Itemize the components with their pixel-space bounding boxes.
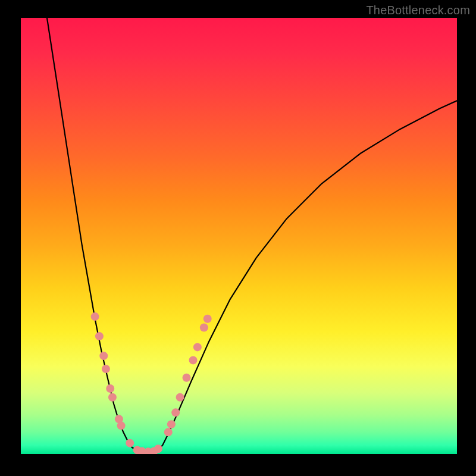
marker-dot [176,393,184,402]
curve-svg [21,18,457,454]
marker-dot [171,408,180,416]
marker-dot [183,374,191,382]
plot-area [21,18,457,454]
marker-dot [189,356,198,364]
marker-dot [193,343,202,351]
curve-right-curve [156,101,457,452]
curve-left-curve [47,18,137,451]
marker-dot [106,384,114,393]
marker-dot [99,352,108,360]
marker-dot [200,323,208,331]
chart-container: TheBottleneck.com [0,0,476,476]
watermark-text: TheBottleneck.com [366,4,470,17]
marker-dot [203,315,212,323]
marker-dot [126,439,134,447]
marker-dot [108,393,117,402]
marker-dot [164,428,173,436]
marker-dot [154,444,162,453]
marker-dot [91,312,99,321]
marker-dot [102,365,110,373]
marker-dot [117,421,126,430]
marker-dot [167,420,176,428]
marker-dot [95,332,104,340]
